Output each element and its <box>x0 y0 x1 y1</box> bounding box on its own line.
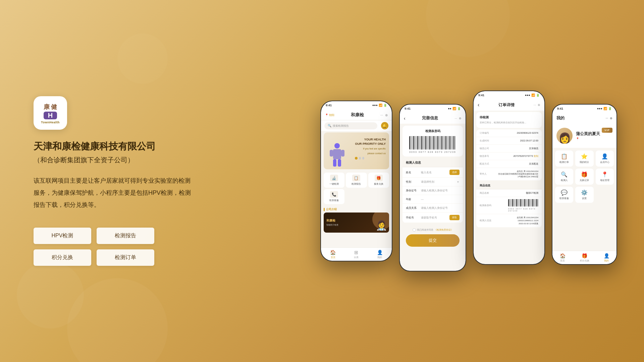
p4-nav-exchange[interactable]: 🎁 积分兑换 <box>580 253 589 262</box>
svg-rect-3 <box>341 150 344 157</box>
icon-kang: 康 <box>44 103 50 111</box>
p2-submit-area: 我已阅读并同意 《检测免责协议》 提交 <box>400 225 466 250</box>
phone-home: 9:41 ●●● 📶 🔋 📍 朝阳 和康检 ··· ⊕ <box>320 101 392 261</box>
form-row-relation: 成员关系 请输入检测人身份证号 <box>402 204 463 213</box>
svg-rect-2 <box>330 150 333 157</box>
p1-company-section: 公司介绍 和康检 智能医疗检查 👩‍⚕️ <box>321 206 392 234</box>
grid-item-report[interactable]: 📋 检测报告 <box>346 173 367 188</box>
p4-nav-mine[interactable]: 👤 我的 <box>604 253 609 262</box>
name-select-btn[interactable]: 选择 <box>449 170 460 175</box>
p4-status-bar: 9:41 ●●●📶🔋 <box>552 105 616 113</box>
grid-item-service[interactable]: 📞 联系客服 <box>324 189 344 204</box>
grid-item-test[interactable]: 🔬 一键检测 <box>324 173 344 188</box>
p2-barcode-image <box>409 136 456 149</box>
p3-header: ‹ 订单详情 ··· ⊕ <box>474 99 544 111</box>
menu-address[interactable]: 📍 地址管理 <box>596 169 614 185</box>
get-phone-btn[interactable]: 获取 <box>449 215 460 220</box>
form-row-gender: 性别 请选择性别 ▼ <box>402 178 463 186</box>
tags-grid: HPV检测 检测报告 积分兑换 检测订单 <box>34 228 154 266</box>
p1-company-card: 和康检 智能医疗检查 👩‍⚕️ <box>324 213 389 233</box>
grid-item-exchange[interactable]: 🎁 服务兑换 <box>368 173 389 188</box>
svg-rect-4 <box>333 159 336 167</box>
p1-status-bar: 9:41 ●●● 📶 🔋 <box>321 101 392 109</box>
company-subtitle: （和合诊断集团旗下全资子公司） <box>34 156 195 165</box>
p1-search-bar[interactable]: 🔍 搜索检测报告 <box>324 122 377 129</box>
p1-bottom-nav: 🏠 首页 ⊞ 分类 👤 我的 <box>321 247 392 261</box>
phone-complete-info: 9:41 ●●📶🔋 ‹ 完善信息 ··· ⊕ 检测条形码 0093 3877 8… <box>399 104 466 272</box>
svg-rect-5 <box>338 159 341 167</box>
p1-search-area: 🔍 搜索检测报告 🔔 <box>321 120 392 131</box>
menu-settings[interactable]: ⚙️ 设置 <box>575 187 593 203</box>
tag-order[interactable]: 检测订单 <box>97 249 154 266</box>
app-icon-wrapper: 康 健 H TownHealth <box>34 96 195 130</box>
p1-banner: YOUR HEALTH OUR PRIORITY ONLY If you fee… <box>324 132 389 169</box>
tag-hpv[interactable]: HPV检测 <box>34 228 91 244</box>
submit-btn[interactable]: 提交 <box>406 234 460 247</box>
p1-header: 📍 朝阳 和康检 ··· ⊕ <box>321 109 392 120</box>
p3-order-status: 待检测 采样已寄出，检测机构将在收到后开始检验... <box>476 112 542 128</box>
p3-order-card: 订单编号 20230908123 02374 生成时间 2022.09.07 1… <box>476 129 542 181</box>
p4-nav-home[interactable]: 🏠 首页 <box>560 253 566 262</box>
form-row-name: 姓名 输入名名 选择 <box>402 167 463 178</box>
menu-service[interactable]: 💬 联系客服 <box>555 187 573 203</box>
left-section: 康 健 H TownHealth 天津和康检健康科技有限公司 （和合诊断集团旗下… <box>34 96 195 266</box>
phone-order-detail: 9:41 ●●●📶🔋 ‹ 订单详情 ··· ⊕ 待检测 采样已寄出，检测机构将在… <box>473 90 545 265</box>
user-avatar: 👩 <box>556 128 573 144</box>
vip-badge: VIP <box>602 128 612 133</box>
svg-point-0 <box>334 143 340 148</box>
p4-bottom-nav: 🏠 首页 🎁 积分兑换 👤 我的 <box>552 251 616 264</box>
menu-my-points[interactable]: ⭐ 我的积分 <box>575 150 593 167</box>
p4-header: 我的 ··· ⊕ <box>552 113 616 124</box>
nav-mine[interactable]: 👤 我的 <box>377 250 383 259</box>
p2-header: ‹ 完善信息 ··· ⊕ <box>400 113 466 124</box>
p4-menu-grid: 📋 检测订单 ⭐ 我的积分 👤 会员中心 🔍 检测人 🎁 兑换记录 <box>552 148 616 205</box>
p1-menu-grid: 🔬 一键检测 📋 检测报告 🎁 服务兑换 📞 联系客服 <box>321 171 392 206</box>
nav-category[interactable]: ⊞ 分类 <box>354 250 359 259</box>
p2-form: 检测人信息 姓名 输入名名 选择 性别 请选择性别 ▼ 身份证号 请输入检测人身… <box>402 159 463 223</box>
menu-detection-order[interactable]: 📋 检测订单 <box>555 150 573 167</box>
p2-status-bar: 9:41 ●●📶🔋 <box>400 105 466 113</box>
app-icon: 康 健 H TownHealth <box>34 96 67 130</box>
form-row-id: 身份证号 请输入检测人身份证号 <box>402 186 463 195</box>
tag-report[interactable]: 检测报告 <box>97 228 154 244</box>
menu-exchange-record[interactable]: 🎁 兑换记录 <box>575 169 593 185</box>
form-row-phone: 手机号 请获取手机号 获取 <box>402 213 463 223</box>
nav-home[interactable]: 🏠 首页 <box>330 250 336 259</box>
svg-rect-1 <box>333 149 341 159</box>
tag-points[interactable]: 积分兑换 <box>34 249 91 266</box>
p3-status-bar: 9:41 ●●●📶🔋 <box>474 91 544 99</box>
p3-goods-card: 商品信息 商品名称 髓部CT检测 检测条形码 0093 3877 828 837… <box>476 182 542 228</box>
p2-barcode-section: 检测条形码 0093 3877 828 8373 267239 <box>402 126 463 157</box>
icon-jian: 健 <box>51 103 57 111</box>
phones-area: 9:41 ●●● 📶 🔋 📍 朝阳 和康检 ··· ⊕ <box>320 90 617 272</box>
phone-profile: 9:41 ●●●📶🔋 我的 ··· ⊕ 👩 蒲公英的夏天 📍 VI <box>552 104 617 265</box>
icon-brand-text: TownHealth <box>41 121 59 124</box>
p3-barcode-row: 检测条形码 0093 3877 828 8373 267239 <box>476 197 542 214</box>
company-description: 该互联网项目主要是让客户居家就可得到专业实验室的检测服务，为健康保驾护航，小程序… <box>34 175 195 211</box>
copy-tracking-btn[interactable]: 复制 <box>534 155 538 157</box>
p4-profile-area: 👩 蒲公英的夏天 📍 VIP <box>552 124 616 148</box>
company-title: 天津和康检健康科技有限公司 <box>34 140 195 153</box>
menu-vip-center[interactable]: 👤 会员中心 <box>596 150 614 167</box>
menu-tester[interactable]: 🔍 检测人 <box>555 169 573 185</box>
form-row-age: 年龄 — <box>402 195 463 204</box>
